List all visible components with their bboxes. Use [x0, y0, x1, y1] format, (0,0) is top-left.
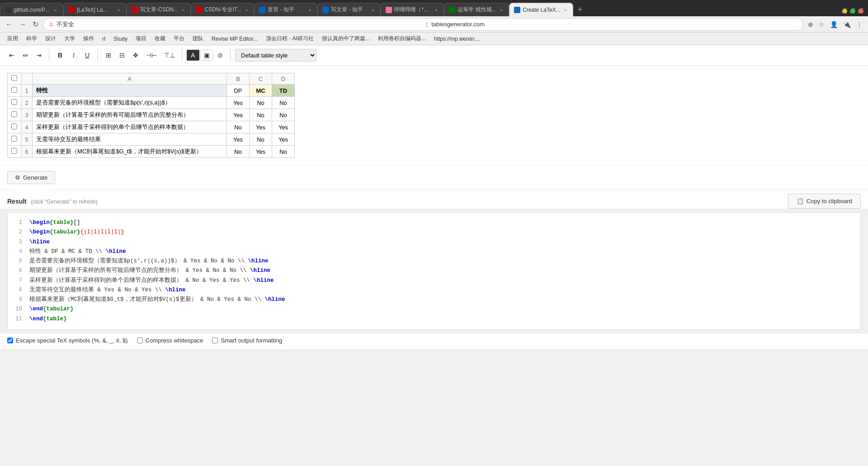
- bookmark-item-6[interactable]: Study: [110, 34, 131, 43]
- bookmark-item-5[interactable]: rI: [99, 34, 109, 43]
- browser-tab-t5[interactable]: 首页 - 知乎×: [254, 3, 317, 16]
- row-checkbox-2[interactable]: [11, 99, 17, 105]
- italic-button[interactable]: I: [67, 49, 80, 62]
- profile-button[interactable]: 👤: [828, 19, 840, 30]
- browser-tab-t1[interactable]: github.com/P...×: [0, 3, 63, 16]
- cell-r6-c3[interactable]: No: [272, 146, 295, 158]
- bookmark-item-15[interactable]: https://mp.weixin....: [430, 34, 484, 43]
- move-button[interactable]: ✥: [129, 49, 142, 62]
- tab-close-t1[interactable]: ×: [53, 7, 58, 13]
- cell-r2-c0[interactable]: 是否需要完备的环境模型（需要知道$p(s',r|(s,a))$）: [33, 97, 227, 109]
- bookmark-item-0[interactable]: 应用: [4, 33, 22, 44]
- checkbox-label-compress[interactable]: Compress whitespace: [146, 337, 203, 344]
- checkbox-label-escape[interactable]: Escape special TeX symbols (%, &, _, #, …: [16, 337, 128, 344]
- borders-button[interactable]: ⊞: [102, 49, 115, 62]
- bookmark-item-7[interactable]: 项目: [132, 33, 150, 44]
- browser-tab-t8[interactable]: 运筹学 线性规...×: [444, 3, 509, 16]
- bookmark-item-12[interactable]: 顶会日程 - AI研习社: [262, 33, 317, 44]
- generate-button[interactable]: ⚙ Generate: [7, 171, 55, 184]
- cell-r1-c2[interactable]: MC: [250, 85, 272, 97]
- cell-r2-c2[interactable]: No: [250, 97, 272, 109]
- tab-close-t2[interactable]: ×: [116, 7, 122, 13]
- browser-tab-t2[interactable]: [LaTeX] La...×: [63, 3, 127, 16]
- cell-r4-c2[interactable]: Yes: [250, 121, 272, 133]
- maximize-button[interactable]: ⤢: [850, 8, 856, 14]
- align-left-button[interactable]: ⇤: [5, 49, 18, 62]
- checkbox-escape[interactable]: [7, 338, 13, 343]
- bold-button[interactable]: B: [54, 49, 66, 62]
- merge-v-button[interactable]: ⊤⊥: [161, 49, 178, 62]
- new-tab-button[interactable]: +: [573, 3, 587, 16]
- cell-r3-c2[interactable]: No: [250, 109, 272, 121]
- address-bar[interactable]: ⚠ 不安全 | tablesgenerator.com: [43, 18, 803, 31]
- browser-tab-t9[interactable]: Create LaTeX...×: [509, 3, 573, 16]
- minimize-button[interactable]: —: [842, 8, 848, 14]
- row-checkbox-4[interactable]: [11, 124, 17, 129]
- tab-close-t9[interactable]: ×: [563, 7, 568, 13]
- close-button[interactable]: ✕: [858, 8, 864, 14]
- row-checkbox-1[interactable]: [11, 87, 17, 93]
- extensions-button[interactable]: 🔌: [841, 19, 853, 30]
- cell-r3-c3[interactable]: No: [272, 109, 295, 121]
- cell-r1-c3[interactable]: TD: [272, 85, 295, 97]
- tab-close-t8[interactable]: ×: [499, 7, 504, 13]
- tab-close-t6[interactable]: ×: [370, 7, 376, 13]
- cell-r6-c0[interactable]: 根据幕来更新（MC到幕尾知道$G_t$，才能开始对$V(s)$更新）: [33, 146, 227, 158]
- cell-r2-c1[interactable]: Yes: [227, 97, 250, 109]
- text-color-button[interactable]: A: [187, 50, 199, 61]
- select-all-checkbox[interactable]: [11, 75, 17, 81]
- checkbox-label-smart[interactable]: Smart output formatting: [221, 337, 282, 344]
- align-right-button[interactable]: ⇥: [33, 49, 45, 62]
- cell-r2-c3[interactable]: No: [272, 97, 295, 109]
- reload-button[interactable]: ↻: [31, 18, 40, 30]
- cell-r4-c3[interactable]: Yes: [272, 121, 295, 133]
- cell-r6-c2[interactable]: Yes: [250, 146, 272, 158]
- underline-button[interactable]: U: [81, 49, 94, 62]
- align-center-button[interactable]: ⇔: [19, 49, 32, 62]
- translate-button[interactable]: ⊕: [806, 19, 815, 30]
- bookmark-item-4[interactable]: 操作: [80, 33, 98, 44]
- browser-tab-t6[interactable]: 写文章 - 知乎×: [317, 3, 381, 16]
- checkbox-smart[interactable]: [212, 338, 218, 343]
- bookmark-item-8[interactable]: 收藏: [151, 33, 169, 44]
- bookmark-item-9[interactable]: 平台: [170, 33, 188, 44]
- cell-r3-c0[interactable]: 期望更新（计算基于采样的所有可能后继节点的完整分布）: [33, 109, 227, 121]
- browser-tab-t4[interactable]: CSDN-专业IT...×: [191, 3, 254, 16]
- bookmark-item-13[interactable]: 很认真的中了两篇...: [318, 33, 373, 44]
- row-checkbox-6[interactable]: [11, 148, 17, 154]
- tab-close-t5[interactable]: ×: [307, 7, 312, 13]
- row-checkbox-5[interactable]: [11, 136, 17, 142]
- back-button[interactable]: ←: [4, 19, 14, 30]
- bookmark-item-10[interactable]: 团队: [189, 33, 207, 44]
- tab-close-t4[interactable]: ×: [244, 7, 249, 13]
- bookmark-item-11[interactable]: Revise MP Editor...: [208, 34, 261, 43]
- merge-h-button[interactable]: ⊣⊢: [143, 49, 160, 62]
- cell-r1-c0[interactable]: 特性: [33, 85, 227, 97]
- cell-r5-c0[interactable]: 无需等待交互的最终结果: [33, 133, 227, 146]
- tab-close-t3[interactable]: ×: [180, 7, 186, 13]
- bookmark-item-2[interactable]: 设计: [42, 33, 60, 44]
- bookmark-item-1[interactable]: 科学: [23, 33, 41, 44]
- style-select[interactable]: Default table style: [235, 49, 316, 62]
- row-checkbox-3[interactable]: [11, 111, 17, 117]
- cell-r5-c3[interactable]: Yes: [272, 133, 295, 146]
- browser-tab-t3[interactable]: 写文章-CSDN...×: [127, 3, 191, 16]
- cell-r1-c1[interactable]: DP: [227, 85, 250, 97]
- cell-r4-c0[interactable]: 采样更新（计算基于采样得到的单个后继节点的样本数据）: [33, 121, 227, 133]
- bookmark-item-14[interactable]: 利用卷积自编码器...: [374, 33, 429, 44]
- cell-r3-c1[interactable]: Yes: [227, 109, 250, 121]
- copy-to-clipboard-button[interactable]: 📋 Copy to clipboard: [788, 194, 861, 209]
- cell-r5-c1[interactable]: Yes: [227, 133, 250, 146]
- cell-r5-c2[interactable]: No: [250, 133, 272, 146]
- browser-tab-t7[interactable]: 哔哩哔哩（*...×: [381, 3, 444, 16]
- cell-r4-c1[interactable]: No: [227, 121, 250, 133]
- more-button[interactable]: ⋮: [854, 19, 864, 30]
- tab-close-t7[interactable]: ×: [434, 7, 439, 13]
- no-borders-button[interactable]: ⊟: [116, 49, 128, 62]
- bg-color-button[interactable]: ▣: [200, 50, 213, 61]
- clear-color-button[interactable]: ⊘: [214, 49, 226, 62]
- bookmark-item-3[interactable]: 大学: [61, 33, 79, 44]
- cell-r6-c1[interactable]: No: [227, 146, 250, 158]
- checkbox-compress[interactable]: [137, 338, 143, 343]
- forward-button[interactable]: →: [17, 19, 28, 30]
